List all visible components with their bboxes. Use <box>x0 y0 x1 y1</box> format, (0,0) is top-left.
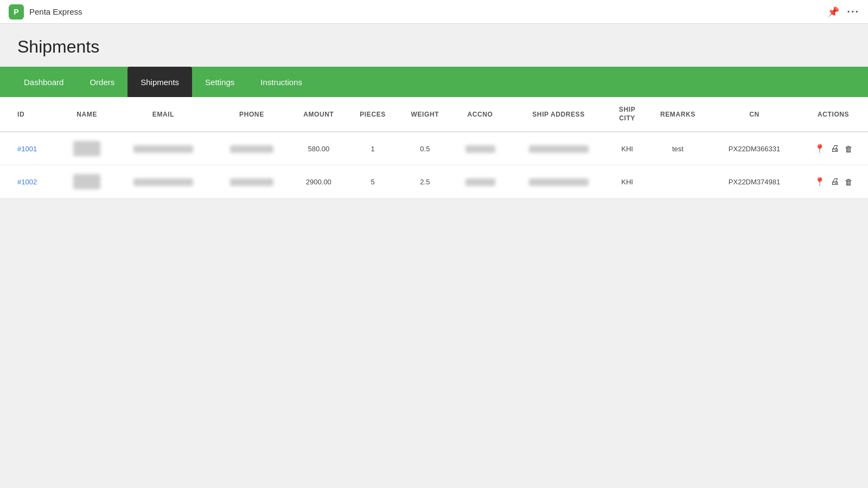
blurred-phone-1002 <box>230 178 273 186</box>
blurred-name-1002 <box>73 174 100 189</box>
cell-accno-1001 <box>452 132 508 165</box>
table-header-row: ID NAME EMAIL PHONE AMOUNT PIECES WEIGHT… <box>0 97 868 132</box>
shipments-table: ID NAME EMAIL PHONE AMOUNT PIECES WEIGHT… <box>0 97 868 198</box>
cell-ship-city-1002: KHI <box>609 165 646 198</box>
blurred-addr-1002 <box>529 178 589 186</box>
col-remarks: REMARKS <box>646 97 710 132</box>
col-weight: WEIGHT <box>398 97 452 132</box>
delete-icon-1002[interactable]: 🗑 <box>845 177 853 187</box>
cell-cn-1001: PX22DM366331 <box>710 132 799 165</box>
table-container: ID NAME EMAIL PHONE AMOUNT PIECES WEIGHT… <box>0 97 868 198</box>
col-actions: ACTIONS <box>799 97 868 132</box>
cell-ship-city-1001: KHI <box>609 132 646 165</box>
col-ship-city: SHIPCITY <box>609 97 646 132</box>
col-id: ID <box>0 97 61 132</box>
cell-email-1001 <box>113 132 214 165</box>
col-cn: CN <box>710 97 799 132</box>
nav-item-orders[interactable]: Orders <box>76 67 127 97</box>
cell-actions-1001: 📍 🖨 🗑 <box>799 132 868 165</box>
cell-pieces-1002: 5 <box>347 165 398 198</box>
cell-accno-1002 <box>452 165 508 198</box>
blurred-accno-1001 <box>465 145 495 153</box>
app-name: Penta Express <box>29 7 82 16</box>
content: ID NAME EMAIL PHONE AMOUNT PIECES WEIGHT… <box>0 97 868 198</box>
cell-ship-address-1002 <box>508 165 609 198</box>
col-phone: PHONE <box>213 97 290 132</box>
col-pieces: PIECES <box>347 97 398 132</box>
cell-id-1002: #1002 <box>0 165 61 198</box>
cell-remarks-1002 <box>646 165 710 198</box>
topbar-left: P Penta Express <box>9 4 82 20</box>
location-icon-1001[interactable]: 📍 <box>814 144 825 154</box>
cell-phone-1001 <box>213 132 290 165</box>
cell-name-1001 <box>61 132 113 165</box>
blurred-email-1001 <box>133 145 193 153</box>
pin-icon[interactable]: 📌 <box>827 6 839 18</box>
cell-amount-1002: 2900.00 <box>290 165 347 198</box>
location-icon-1002[interactable]: 📍 <box>814 177 825 187</box>
cell-ship-address-1001 <box>508 132 609 165</box>
cell-email-1002 <box>113 165 214 198</box>
nav-item-shipments[interactable]: Shipments <box>127 67 192 97</box>
col-amount: AMOUNT <box>290 97 347 132</box>
delete-icon-1001[interactable]: 🗑 <box>845 144 853 153</box>
col-accno: ACCNO <box>452 97 508 132</box>
nav-item-dashboard[interactable]: Dashboard <box>11 67 76 97</box>
cell-weight-1001: 0.5 <box>398 132 452 165</box>
cell-name-1002 <box>61 165 113 198</box>
topbar-right: 📌 ··· <box>827 5 859 18</box>
action-icons-1002: 📍 🖨 🗑 <box>803 177 864 187</box>
blurred-accno-1002 <box>465 178 495 186</box>
print-icon-1002[interactable]: 🖨 <box>831 177 839 187</box>
app-icon: P <box>9 4 24 20</box>
table-row: #1001 580.00 1 0.5 <box>0 132 868 165</box>
cell-weight-1002: 2.5 <box>398 165 452 198</box>
cell-cn-1002: PX22DM374981 <box>710 165 799 198</box>
cell-remarks-1001: test <box>646 132 710 165</box>
cell-pieces-1001: 1 <box>347 132 398 165</box>
nav-item-instructions[interactable]: Instructions <box>247 67 315 97</box>
more-icon[interactable]: ··· <box>847 5 859 18</box>
col-name: NAME <box>61 97 113 132</box>
cell-phone-1002 <box>213 165 290 198</box>
blurred-name-1001 <box>73 141 100 156</box>
page-title-area: Shipments <box>0 24 868 67</box>
navbar: Dashboard Orders Shipments Settings Inst… <box>0 67 868 97</box>
table-row: #1002 2900.00 5 2.5 <box>0 165 868 198</box>
cell-actions-1002: 📍 🖨 🗑 <box>799 165 868 198</box>
col-ship-address: SHIP ADDRESS <box>508 97 609 132</box>
cell-amount-1001: 580.00 <box>290 132 347 165</box>
blurred-addr-1001 <box>529 145 589 153</box>
blurred-email-1002 <box>133 178 193 186</box>
topbar: P Penta Express 📌 ··· <box>0 0 868 24</box>
action-icons-1001: 📍 🖨 🗑 <box>803 144 864 154</box>
cell-id-1001: #1001 <box>0 132 61 165</box>
page-title: Shipments <box>17 37 851 57</box>
print-icon-1001[interactable]: 🖨 <box>831 144 839 153</box>
blurred-phone-1001 <box>230 145 273 153</box>
col-email: EMAIL <box>113 97 214 132</box>
nav-item-settings[interactable]: Settings <box>192 67 247 97</box>
